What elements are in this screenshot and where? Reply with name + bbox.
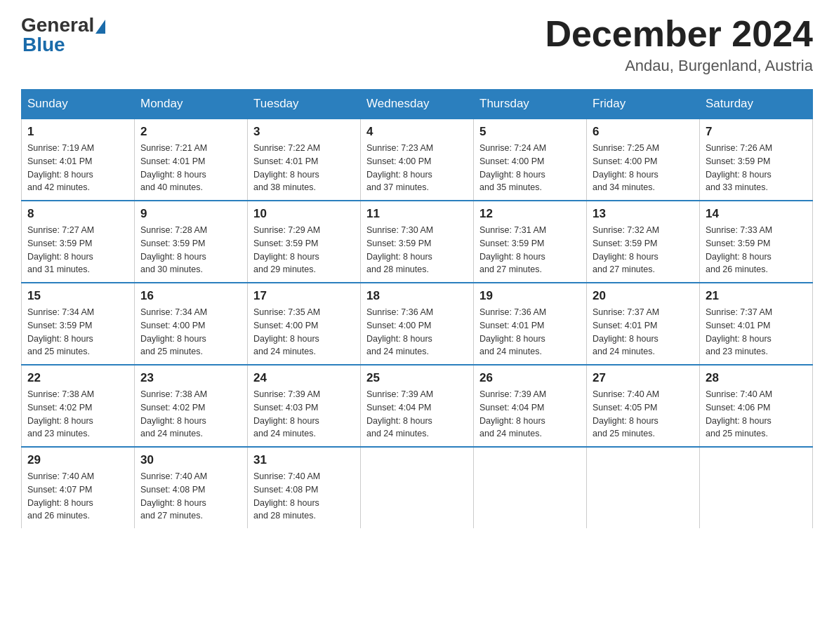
- day-number: 18: [366, 289, 468, 303]
- day-number: 11: [366, 207, 468, 221]
- month-title: December 2024: [545, 14, 813, 54]
- col-friday: Friday: [587, 90, 700, 119]
- day-number: 3: [253, 125, 355, 139]
- day-number: 22: [27, 371, 128, 385]
- calendar-cell: 29 Sunrise: 7:40 AM Sunset: 4:07 PM Dayl…: [22, 447, 135, 528]
- day-info: Sunrise: 7:36 AM Sunset: 4:01 PM Dayligh…: [479, 306, 581, 358]
- calendar-cell: [587, 447, 700, 528]
- calendar-cell: [361, 447, 474, 528]
- day-number: 20: [593, 289, 694, 303]
- calendar-cell: 23 Sunrise: 7:38 AM Sunset: 4:02 PM Dayl…: [135, 365, 248, 447]
- calendar-cell: 27 Sunrise: 7:40 AM Sunset: 4:05 PM Dayl…: [587, 365, 700, 447]
- day-number: 21: [706, 289, 807, 303]
- day-info: Sunrise: 7:40 AM Sunset: 4:07 PM Dayligh…: [27, 470, 128, 523]
- day-number: 19: [479, 289, 581, 303]
- calendar-cell: 6 Sunrise: 7:25 AM Sunset: 4:00 PM Dayli…: [587, 119, 700, 201]
- calendar-cell: 12 Sunrise: 7:31 AM Sunset: 3:59 PM Dayl…: [474, 201, 587, 283]
- calendar-cell: 20 Sunrise: 7:37 AM Sunset: 4:01 PM Dayl…: [587, 283, 700, 365]
- day-info: Sunrise: 7:23 AM Sunset: 4:00 PM Dayligh…: [366, 142, 468, 194]
- header-row: Sunday Monday Tuesday Wednesday Thursday…: [22, 90, 813, 119]
- day-info: Sunrise: 7:37 AM Sunset: 4:01 PM Dayligh…: [706, 306, 807, 358]
- day-number: 12: [479, 207, 581, 221]
- col-sunday: Sunday: [22, 90, 135, 119]
- day-number: 27: [593, 371, 694, 385]
- calendar-cell: 28 Sunrise: 7:40 AM Sunset: 4:06 PM Dayl…: [700, 365, 813, 447]
- day-info: Sunrise: 7:40 AM Sunset: 4:05 PM Dayligh…: [593, 388, 694, 441]
- col-saturday: Saturday: [700, 90, 813, 119]
- day-info: Sunrise: 7:30 AM Sunset: 3:59 PM Dayligh…: [366, 224, 468, 276]
- day-number: 24: [253, 371, 355, 385]
- day-number: 9: [140, 207, 241, 221]
- day-number: 23: [140, 371, 241, 385]
- day-info: Sunrise: 7:21 AM Sunset: 4:01 PM Dayligh…: [140, 142, 241, 194]
- col-thursday: Thursday: [474, 90, 587, 119]
- calendar-week-2: 8 Sunrise: 7:27 AM Sunset: 3:59 PM Dayli…: [22, 201, 813, 283]
- day-info: Sunrise: 7:39 AM Sunset: 4:04 PM Dayligh…: [479, 388, 581, 441]
- day-number: 26: [479, 371, 581, 385]
- day-info: Sunrise: 7:37 AM Sunset: 4:01 PM Dayligh…: [593, 306, 694, 358]
- day-info: Sunrise: 7:25 AM Sunset: 4:00 PM Dayligh…: [593, 142, 694, 194]
- day-info: Sunrise: 7:35 AM Sunset: 4:00 PM Dayligh…: [253, 306, 355, 358]
- calendar-cell: 18 Sunrise: 7:36 AM Sunset: 4:00 PM Dayl…: [361, 283, 474, 365]
- day-info: Sunrise: 7:22 AM Sunset: 4:01 PM Dayligh…: [253, 142, 355, 194]
- calendar-cell: 30 Sunrise: 7:40 AM Sunset: 4:08 PM Dayl…: [135, 447, 248, 528]
- day-number: 5: [479, 125, 581, 139]
- calendar-cell: 2 Sunrise: 7:21 AM Sunset: 4:01 PM Dayli…: [135, 119, 248, 201]
- day-info: Sunrise: 7:39 AM Sunset: 4:03 PM Dayligh…: [253, 388, 355, 441]
- calendar-cell: 31 Sunrise: 7:40 AM Sunset: 4:08 PM Dayl…: [248, 447, 361, 528]
- day-number: 25: [366, 371, 468, 385]
- day-info: Sunrise: 7:38 AM Sunset: 4:02 PM Dayligh…: [27, 388, 128, 441]
- day-number: 13: [593, 207, 694, 221]
- day-info: Sunrise: 7:32 AM Sunset: 3:59 PM Dayligh…: [593, 224, 694, 276]
- calendar-cell: 5 Sunrise: 7:24 AM Sunset: 4:00 PM Dayli…: [474, 119, 587, 201]
- day-info: Sunrise: 7:34 AM Sunset: 3:59 PM Dayligh…: [27, 306, 128, 358]
- day-info: Sunrise: 7:24 AM Sunset: 4:00 PM Dayligh…: [479, 142, 581, 194]
- calendar-cell: 9 Sunrise: 7:28 AM Sunset: 3:59 PM Dayli…: [135, 201, 248, 283]
- day-number: 2: [140, 125, 241, 139]
- calendar-cell: 1 Sunrise: 7:19 AM Sunset: 4:01 PM Dayli…: [22, 119, 135, 201]
- day-info: Sunrise: 7:28 AM Sunset: 3:59 PM Dayligh…: [140, 224, 241, 276]
- day-info: Sunrise: 7:27 AM Sunset: 3:59 PM Dayligh…: [27, 224, 128, 276]
- day-number: 28: [706, 371, 807, 385]
- day-info: Sunrise: 7:40 AM Sunset: 4:06 PM Dayligh…: [706, 388, 807, 441]
- col-monday: Monday: [135, 90, 248, 119]
- calendar-cell: 8 Sunrise: 7:27 AM Sunset: 3:59 PM Dayli…: [22, 201, 135, 283]
- page-header: General Blue December 2024 Andau, Burgen…: [21, 14, 813, 75]
- day-number: 29: [27, 453, 128, 467]
- location-text: Andau, Burgenland, Austria: [545, 57, 813, 75]
- calendar-cell: 13 Sunrise: 7:32 AM Sunset: 3:59 PM Dayl…: [587, 201, 700, 283]
- day-info: Sunrise: 7:29 AM Sunset: 3:59 PM Dayligh…: [253, 224, 355, 276]
- day-info: Sunrise: 7:39 AM Sunset: 4:04 PM Dayligh…: [366, 388, 468, 441]
- col-wednesday: Wednesday: [361, 90, 474, 119]
- day-number: 17: [253, 289, 355, 303]
- day-number: 1: [27, 125, 128, 139]
- calendar-cell: 14 Sunrise: 7:33 AM Sunset: 3:59 PM Dayl…: [700, 201, 813, 283]
- calendar-cell: 17 Sunrise: 7:35 AM Sunset: 4:00 PM Dayl…: [248, 283, 361, 365]
- day-number: 7: [706, 125, 807, 139]
- calendar-cell: 19 Sunrise: 7:36 AM Sunset: 4:01 PM Dayl…: [474, 283, 587, 365]
- day-info: Sunrise: 7:26 AM Sunset: 3:59 PM Dayligh…: [706, 142, 807, 194]
- calendar-cell: 25 Sunrise: 7:39 AM Sunset: 4:04 PM Dayl…: [361, 365, 474, 447]
- day-info: Sunrise: 7:36 AM Sunset: 4:00 PM Dayligh…: [366, 306, 468, 358]
- day-info: Sunrise: 7:34 AM Sunset: 4:00 PM Dayligh…: [140, 306, 241, 358]
- calendar-cell: [474, 447, 587, 528]
- day-number: 15: [27, 289, 128, 303]
- calendar-cell: [700, 447, 813, 528]
- day-info: Sunrise: 7:31 AM Sunset: 3:59 PM Dayligh…: [479, 224, 581, 276]
- day-info: Sunrise: 7:38 AM Sunset: 4:02 PM Dayligh…: [140, 388, 241, 441]
- calendar-cell: 21 Sunrise: 7:37 AM Sunset: 4:01 PM Dayl…: [700, 283, 813, 365]
- calendar-table: Sunday Monday Tuesday Wednesday Thursday…: [21, 89, 813, 528]
- calendar-cell: 15 Sunrise: 7:34 AM Sunset: 3:59 PM Dayl…: [22, 283, 135, 365]
- day-number: 4: [366, 125, 468, 139]
- calendar-cell: 10 Sunrise: 7:29 AM Sunset: 3:59 PM Dayl…: [248, 201, 361, 283]
- logo-triangle-icon: [95, 20, 105, 34]
- day-info: Sunrise: 7:19 AM Sunset: 4:01 PM Dayligh…: [27, 142, 128, 194]
- calendar-cell: 26 Sunrise: 7:39 AM Sunset: 4:04 PM Dayl…: [474, 365, 587, 447]
- day-number: 30: [140, 453, 241, 467]
- day-number: 16: [140, 289, 241, 303]
- logo: General Blue: [21, 14, 107, 56]
- logo-blue-text: Blue: [22, 34, 65, 55]
- day-number: 31: [253, 453, 355, 467]
- calendar-cell: 11 Sunrise: 7:30 AM Sunset: 3:59 PM Dayl…: [361, 201, 474, 283]
- calendar-cell: 16 Sunrise: 7:34 AM Sunset: 4:00 PM Dayl…: [135, 283, 248, 365]
